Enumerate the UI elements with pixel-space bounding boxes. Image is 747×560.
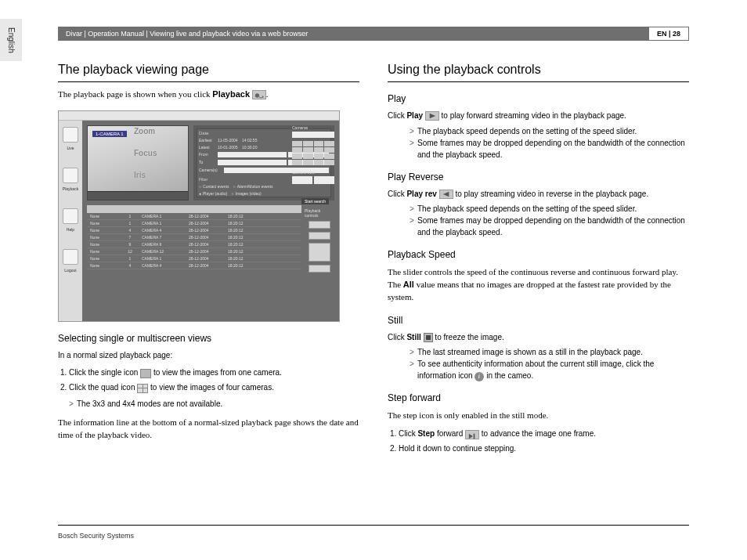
play-reverse-icon [439,190,453,199]
quad-view-icon [137,384,148,393]
list-item: Hold it down to continue stepping. [399,442,689,455]
shot-cameo: 1-CAMERA 1 [87,125,189,201]
heading-play: Play [388,93,689,104]
select-intro: In a normal sized playback page: [58,350,359,362]
list-item: Some frames may be dropped depending on … [410,137,689,161]
svg-rect-5 [474,433,475,439]
page-number: EN | 28 [648,27,689,41]
still-paragraph: Click Still to freeze the image. [388,332,689,344]
shot-logout-button [63,249,78,265]
heading-step-forward: Step forward [388,392,689,403]
single-view-icon [140,369,151,378]
info-icon [475,372,484,381]
svg-marker-2 [429,114,435,119]
still-icon [424,333,433,342]
heading-selecting-views: Selecting single or multiscreen views [58,333,359,344]
view-steps: Click the single icon to view the images… [69,366,359,410]
heading-play-reverse: Play Reverse [388,172,689,182]
list-item: Click the single icon to view the images… [69,366,359,379]
left-column: The playback viewing page The playback p… [58,63,359,513]
heading-playback-controls: Using the playback controls [388,63,689,82]
shot-live-button [63,127,78,143]
footer-text: Bosch Security Systems [58,532,134,540]
list-item: Click Step forward to advance the image … [399,427,689,440]
list-item: Some frames may be dropped depending on … [410,215,689,238]
page-header: Divar | Operation Manual | Viewing live … [58,27,689,41]
heading-playback-viewing: The playback viewing page [58,63,359,82]
info-line-paragraph: The information line at the bottom of a … [58,417,359,442]
list-item: The last streamed image is shown as a st… [410,346,689,358]
svg-marker-3 [442,192,449,197]
play-icon [425,111,439,121]
speed-paragraph: The slider controls the speed of the con… [388,266,689,304]
playback-page-screenshot: Live Playback Help Logout 1-CAMERA 1 Zoo… [58,110,340,322]
list-item: Click the quad icon to view the images o… [69,381,359,410]
heading-speed: Playback Speed [388,249,689,260]
language-tab: English [0,19,22,61]
svg-marker-4 [469,433,473,439]
play-paragraph: Click Play to play forward streaming vid… [388,110,689,122]
intro-paragraph: The playback page is shown when you clic… [58,89,359,101]
shot-results-table: None1CAMERA 128-12-200418:20:12 None1CAM… [87,205,301,316]
list-item: The playback speed depends on the settin… [410,125,689,137]
step-forward-icon [465,430,479,439]
playback-icon [252,90,266,99]
header-breadcrumb: Divar | Operation Manual | Viewing live … [66,30,308,38]
right-column: Using the playback controls Play Click P… [388,63,689,513]
stepf-intro: The step icon is only enabled in the sti… [388,410,689,422]
heading-still: Still [388,315,689,326]
svg-point-0 [255,94,259,98]
svg-marker-1 [262,96,264,98]
list-item: To see authenticity information about th… [410,358,689,381]
playrev-paragraph: Click Play rev to play streaming video i… [388,189,689,201]
shot-playback-button [63,168,78,183]
footer-rule [58,525,689,526]
shot-help-button [63,208,78,224]
list-item: The playback speed depends on the settin… [410,203,689,215]
